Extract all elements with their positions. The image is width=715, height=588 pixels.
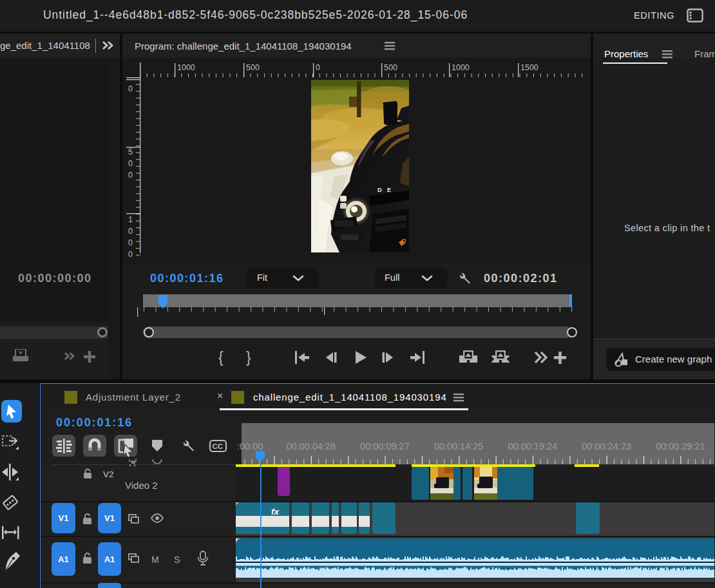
svg-text:00:00:04:28: 00:00:04:28	[286, 441, 336, 451]
svg-text:fx: fx	[271, 507, 279, 517]
svg-text:M: M	[151, 555, 159, 565]
svg-text:00:00:29:21: 00:00:29:21	[656, 441, 705, 451]
svg-text:500: 500	[384, 63, 397, 72]
svg-text:00:00:09:27: 00:00:09:27	[360, 441, 410, 451]
svg-text:}: }	[246, 349, 251, 366]
svg-text:S: S	[174, 555, 180, 565]
svg-text:1: 1	[128, 215, 133, 224]
svg-text:0: 0	[128, 159, 133, 168]
svg-text:1500: 1500	[520, 63, 539, 72]
svg-text:00:00:14:25: 00:00:14:25	[434, 441, 484, 451]
svg-text:CC: CC	[213, 442, 224, 450]
svg-text:0: 0	[128, 250, 133, 259]
svg-text:V1: V1	[59, 513, 69, 523]
svg-text:0: 0	[128, 171, 133, 180]
svg-text:A1: A1	[58, 555, 69, 564]
svg-text:500: 500	[246, 63, 260, 72]
svg-text:00:00:24:23: 00:00:24:23	[582, 441, 631, 451]
svg-text:0: 0	[128, 238, 133, 247]
svg-text:1000: 1000	[452, 63, 470, 72]
svg-text:0: 0	[128, 227, 133, 236]
svg-text:A1: A1	[104, 555, 115, 564]
svg-text:0: 0	[316, 63, 320, 72]
svg-text:D E: D E	[377, 187, 393, 193]
svg-text:V2: V2	[103, 469, 114, 479]
svg-text:{: {	[218, 349, 224, 366]
svg-text:1000: 1000	[177, 63, 195, 72]
svg-text:00:00:19:24: 00:00:19:24	[508, 441, 557, 451]
svg-text::00:00: :00:00	[237, 441, 263, 451]
svg-text:V1: V1	[104, 513, 115, 523]
svg-text:0: 0	[128, 84, 133, 93]
svg-text:5: 5	[128, 147, 133, 156]
svg-text:Video 2: Video 2	[125, 480, 158, 491]
